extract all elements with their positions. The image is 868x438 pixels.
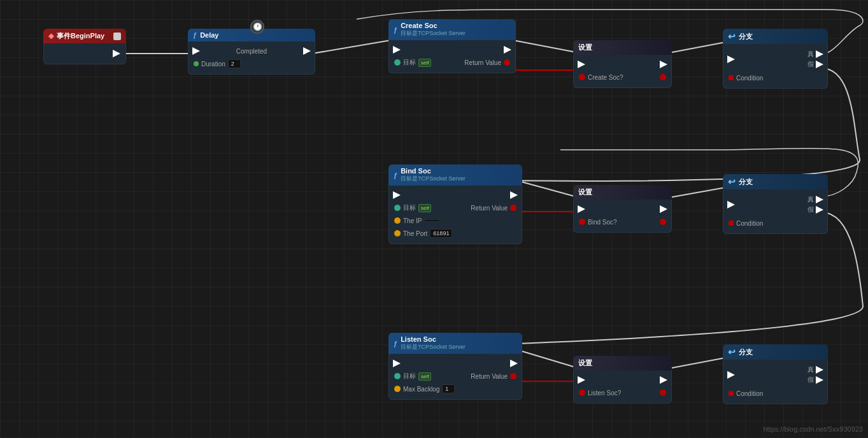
node-set-2: 设置 Bind Soc? [573,185,672,233]
bind-soc-body: 目标 self Return Value The IP The Port 618… [388,186,522,244]
node-branch-1: ↩ 分支 真 假 Condition [723,29,828,89]
set2-bind-pin [579,219,585,225]
func-icon: ƒ [193,31,197,39]
event-active-icon [113,33,121,40]
bind-soc-target-label: 目标 [403,203,416,212]
branch3-exec-row: 真 假 [723,363,827,387]
listen-soc-subtitle: 目标是TCPSocket Server [401,343,466,351]
node-set-3: 设置 Listen Soc? [573,356,672,404]
delay-title: Delay [200,31,218,39]
set1-exec-in [578,61,585,68]
set1-create-pin [579,74,585,80]
set3-exec-out [660,376,667,384]
set1-create-out-pin [660,74,666,80]
set1-create-label: Create Soc? [588,74,623,81]
set2-exec-row [574,203,671,215]
bind-soc-header: ƒ Bind Soc 目标是TCPSocket Server [388,164,522,186]
set1-title: 设置 [578,43,592,52]
bind-soc-exec-row [389,189,522,201]
set3-title: 设置 [578,358,592,368]
set3-listen-row: Listen Soc? [574,386,671,399]
bind-soc-exec-out [510,191,518,199]
create-soc-target-row: 目标 self Return Value [389,56,515,69]
set2-header: 设置 [573,185,672,200]
bind-soc-ip-value[interactable] [424,219,440,222]
set1-exec-out [660,61,667,68]
set3-body: Listen Soc? [573,370,672,404]
branch3-header: ↩ 分支 [723,344,828,360]
create-soc-self-badge: self [418,59,431,67]
bind-soc-exec-in [393,191,401,199]
node-set-1: 设置 Create Soc? [573,40,672,88]
listen-soc-return-pin [510,373,516,379]
set2-bind-label: Bind Soc? [588,219,617,226]
listen-soc-exec-in [393,360,401,367]
branch-icon-2: ↩ [728,177,736,187]
bind-soc-ip-row: The IP [389,214,522,227]
branch2-true-label: 真 [808,195,814,204]
create-soc-body: 目标 self Return Value [388,40,516,73]
branch2-true-pin [816,196,823,203]
create-soc-return-pin [504,59,510,66]
bind-soc-target-row: 目标 self Return Value [389,201,522,214]
set3-listen-label: Listen Soc? [588,390,621,397]
bind-soc-ip-label: The IP [403,217,422,224]
func-icon-4: ƒ [394,340,397,347]
set3-exec-in [578,376,585,384]
branch2-condition-row: Condition [723,217,827,230]
branch1-condition-row: Condition [723,71,827,84]
node-listen-soc: ƒ Listen Soc 目标是TCPSocket Server 目标 self… [388,333,522,400]
branch3-true-label: 真 [808,365,814,374]
delay-exec-out [303,47,311,55]
delay-body: Completed Duration 2 [188,41,315,75]
branch2-exec-in [727,201,735,208]
node-branch-2: ↩ 分支 真 假 Condition [723,174,828,234]
branch2-body: 真 假 Condition [723,189,828,234]
branch1-condition-label: Condition [736,75,763,82]
bind-soc-port-value[interactable]: 61891 [430,229,452,238]
delay-duration-pin [194,61,199,66]
branch2-header: ↩ 分支 [723,174,828,189]
set1-create-row: Create Soc? [574,71,671,84]
create-soc-subtitle: 目标是TCPSocket Server [401,29,466,38]
listen-soc-backlog-label: Max Backlog [403,386,439,393]
set2-exec-out [660,205,667,213]
branch1-false-pin [816,61,823,68]
branch1-body: 真 假 Condition [723,44,828,89]
bind-soc-target-pin [394,205,401,211]
set3-header: 设置 [573,356,672,370]
listen-soc-body: 目标 self Return Value Max Backlog 1 [388,354,522,400]
delay-duration-row: Duration 2 [189,57,315,70]
node-create-soc: ƒ Create Soc 目标是TCPSocket Server 目标 self… [388,19,516,73]
branch1-true-label: 真 [808,50,814,59]
listen-soc-header: ƒ Listen Soc 目标是TCPSocket Server [388,333,522,354]
branch3-exec-in [727,371,735,379]
listen-soc-return-label: Return Value [471,373,508,380]
event-begin-play-body [43,43,126,64]
event-icon: ◆ [48,32,53,40]
listen-soc-backlog-pin [394,386,401,392]
delay-exec-in [192,47,200,55]
set3-listen-pin [579,390,585,396]
bind-soc-port-label: The Port [403,230,427,237]
set2-exec-in [578,205,585,213]
listen-soc-backlog-value[interactable]: 1 [442,384,455,393]
branch3-condition-pin [729,391,734,396]
set2-body: Bind Soc? [573,200,672,233]
listen-soc-backlog-row: Max Backlog 1 [389,383,522,395]
branch1-false-label: 假 [808,60,814,69]
set1-header: 设置 [573,40,672,55]
branch1-true-pin [816,50,823,58]
branch3-condition-row: Condition [723,387,827,400]
bind-soc-return-label: Return Value [471,205,508,212]
set2-bind-row: Bind Soc? [574,215,671,228]
branch1-header: ↩ 分支 [723,29,828,44]
event-begin-play-title: 事件BeginPlay [57,31,104,41]
delay-duration-value[interactable]: 2 [228,59,241,68]
node-delay: 🕐 ƒ Delay Completed Duration 2 [188,29,315,75]
delay-completed-label: Completed [236,48,267,55]
bind-soc-self-badge: self [418,204,431,212]
branch-icon-1: ↩ [728,31,736,41]
branch3-body: 真 假 Condition [723,360,828,404]
node-bind-soc: ƒ Bind Soc 目标是TCPSocket Server 目标 self R… [388,164,522,244]
